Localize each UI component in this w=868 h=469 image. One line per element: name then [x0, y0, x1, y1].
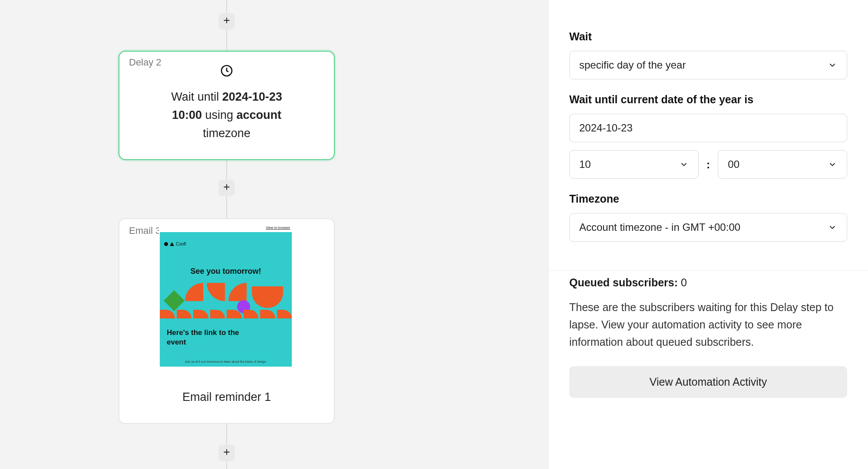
wait-label: Wait: [569, 30, 847, 43]
date-input-value: 2024-10-23: [579, 122, 633, 134]
queued-label: Queued subscribers:: [569, 276, 681, 289]
queued-count: 0: [681, 276, 687, 289]
orange-shape-icon: [228, 283, 247, 301]
orange-shape-icon: [252, 286, 283, 308]
brand-triangle-icon: [170, 242, 174, 246]
preview-brand: Confl: [164, 242, 186, 246]
step-settings-panel: Wait specific day of the year Wait until…: [548, 0, 868, 469]
preview-graphic: [160, 283, 292, 318]
delay-timezone-word: timezone: [203, 127, 251, 140]
orange-bar-icon: [160, 310, 292, 318]
date-input[interactable]: 2024-10-23: [569, 114, 847, 142]
delay-card-text: Wait until 2024-10-23 10:00 using accoun…: [133, 88, 320, 143]
add-step-button-3[interactable]: [218, 445, 235, 461]
delay-wait-until-prefix: Wait until: [171, 90, 222, 103]
plus-icon: [222, 16, 231, 27]
queued-title: Queued subscribers: 0: [569, 276, 847, 289]
minute-value: 00: [728, 158, 739, 171]
view-in-browser-link: View in browser: [266, 226, 290, 230]
wait-until-label: Wait until current date of the year is: [569, 93, 847, 106]
plus-icon: [222, 447, 231, 459]
minute-select[interactable]: 00: [718, 150, 847, 179]
preview-brand-name: Confl: [176, 242, 186, 246]
wait-type-select[interactable]: specific day of the year: [569, 51, 847, 79]
clock-icon: [220, 64, 234, 78]
chevron-down-icon: [828, 160, 837, 169]
queued-section: Queued subscribers: 0 These are the subs…: [569, 276, 847, 398]
timezone-label: Timezone: [569, 193, 847, 205]
timezone-select[interactable]: Account timezone - in GMT +00:00: [569, 213, 847, 242]
queued-description: These are the subscribers waiting for th…: [569, 298, 847, 351]
orange-shape-icon: [207, 283, 225, 301]
delay-step-card[interactable]: Delay 2 Wait until 2024-10-23 10:00 usin…: [119, 51, 335, 160]
time-row: 10 : 00: [569, 150, 847, 179]
view-automation-activity-button[interactable]: View Automation Activity: [569, 366, 847, 398]
plus-icon: [222, 182, 231, 194]
automation-canvas[interactable]: Delay 2 Wait until 2024-10-23 10:00 usin…: [0, 0, 548, 469]
timezone-value: Account timezone - in GMT +00:00: [579, 221, 740, 233]
brand-dot-icon: [164, 242, 168, 246]
preview-headline: See you tomorrow!: [160, 267, 292, 276]
hour-select[interactable]: 10: [569, 150, 699, 179]
chevron-down-icon: [828, 60, 837, 70]
panel-divider: [548, 270, 868, 271]
email-card-title: Email reminder 1: [119, 390, 335, 404]
time-colon: :: [706, 158, 710, 171]
wait-type-value: specific day of the year: [579, 59, 686, 71]
preview-body-text: Here's the link to the event: [167, 328, 254, 347]
add-step-button-2[interactable]: [218, 180, 235, 196]
add-step-button-1[interactable]: [218, 13, 235, 30]
hour-value: 10: [579, 158, 591, 171]
diamond-shape-icon: [164, 290, 185, 311]
delay-using: using: [202, 108, 237, 121]
email-card-tag: Email 3: [129, 225, 161, 236]
chevron-down-icon: [828, 223, 837, 232]
delay-time: 10:00: [172, 108, 202, 121]
chevron-down-icon: [679, 160, 689, 169]
delay-card-tag: Delay 2: [129, 57, 162, 68]
preview-footnote: Join us at 9 a.m tomorrow to learn about…: [160, 360, 292, 363]
delay-account: account: [237, 108, 282, 121]
delay-date: 2024-10-23: [222, 90, 282, 103]
orange-shape-icon: [185, 283, 203, 301]
